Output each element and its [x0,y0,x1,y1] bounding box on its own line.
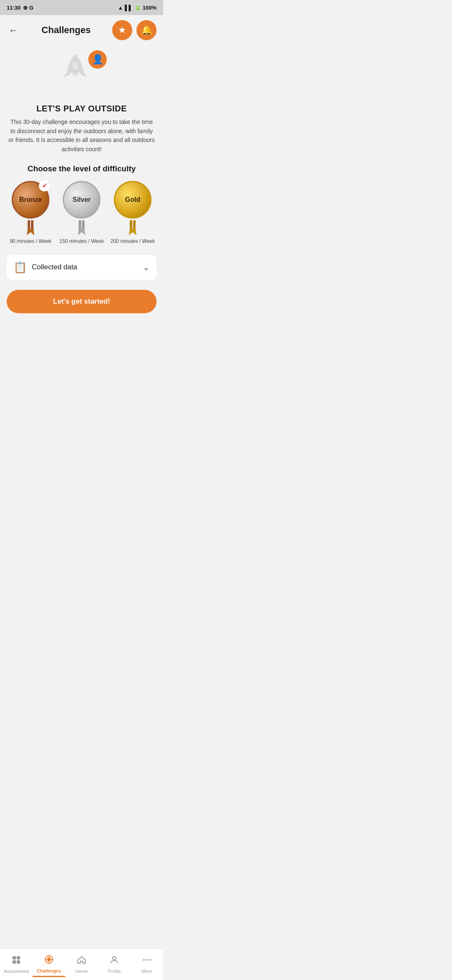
svg-rect-5 [79,220,81,229]
medal-silver[interactable]: Silver 150 minutes / Week [59,181,105,245]
chevron-down-icon: ⌄ [143,262,150,272]
medal-gold[interactable]: Gold 200 minutes / Week [110,181,156,245]
collected-data-section: 📋 Collected data ⌄ [0,252,163,286]
avatar-icon: 👤 [92,54,103,65]
gold-circle: Gold [114,181,152,219]
gold-label: Gold [125,196,140,204]
bronze-checkmark: ✓ [39,181,50,191]
silver-circle: Silver [63,181,100,219]
gold-ribbon [126,220,140,235]
battery-icon: 🔋 [134,5,141,11]
svg-rect-9 [133,220,136,229]
cta-section: Let's get started! [0,286,163,322]
page-title: Challenges [41,25,90,36]
header: ← Challenges ★ 🔔 [0,15,163,44]
challenge-hero: 👤 LET'S PLAY OUTSIDE This 30-day challen… [0,44,163,164]
battery-percent: 100% [143,5,157,11]
challenge-icon-area: 👤 [56,50,107,101]
svg-marker-7 [78,229,85,235]
svg-point-1 [74,64,77,68]
medals-row: Bronze ✓ 90 minutes / Week Silver [7,181,157,245]
header-icons: ★ 🔔 [112,20,157,40]
bronze-ribbon [23,220,38,235]
silver-time-label: 150 minutes / Week [59,238,104,245]
back-button[interactable]: ← [7,23,20,38]
status-icons: ⊕ G [23,5,33,11]
challenge-title: LET'S PLAY OUTSIDE [36,104,127,113]
svg-rect-2 [28,220,30,229]
star-button[interactable]: ★ [112,20,132,40]
difficulty-section: Choose the level of difficulty Bronze ✓ … [0,164,163,252]
bell-icon: 🔔 [141,25,152,36]
data-clipboard-icon: 📋 [13,261,27,274]
star-icon: ★ [118,25,126,36]
status-right: ▲ ▌▌ 🔋 100% [118,5,157,11]
user-avatar: 👤 [88,50,107,69]
svg-rect-8 [130,220,132,229]
collected-data-row[interactable]: 📋 Collected data ⌄ [7,255,157,280]
get-started-button[interactable]: Let's get started! [7,290,157,313]
difficulty-title: Choose the level of difficulty [7,164,157,173]
bronze-time-label: 90 minutes / Week [10,238,51,245]
bronze-circle: Bronze ✓ [12,181,49,219]
bronze-label: Bronze [19,196,42,204]
svg-rect-3 [31,220,33,229]
wifi-icon: ▲ [118,5,123,11]
silver-ribbon [74,220,89,235]
svg-marker-4 [27,229,34,235]
signal-icon: ▌▌ [125,5,132,11]
status-time: 11:30 [7,5,21,11]
gold-time-label: 200 minutes / Week [110,238,155,245]
silver-label: Silver [72,196,91,204]
bell-button[interactable]: 🔔 [136,20,157,40]
status-bar: 11:30 ⊕ G ▲ ▌▌ 🔋 100% [0,0,163,15]
medal-bronze[interactable]: Bronze ✓ 90 minutes / Week [8,181,54,245]
collected-data-label: Collected data [32,263,77,271]
collected-data-left: 📋 Collected data [13,261,77,274]
svg-rect-6 [82,220,85,229]
svg-marker-10 [129,229,136,235]
challenge-description: This 30-day challenge encourages you to … [8,118,155,154]
main-content: 👤 LET'S PLAY OUTSIDE This 30-day challen… [0,44,163,355]
